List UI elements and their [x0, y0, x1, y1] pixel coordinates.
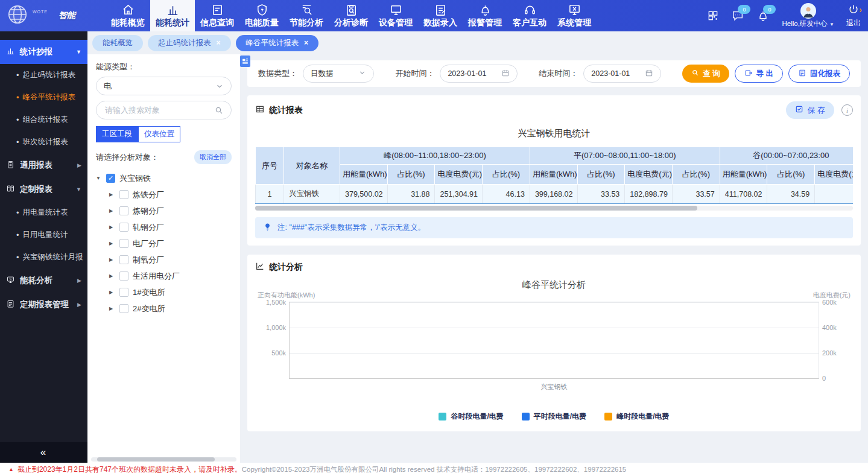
checkbox-unchecked[interactable] [119, 206, 128, 215]
caret-down-icon[interactable]: ▼ [96, 176, 102, 181]
info-icon[interactable]: i [841, 104, 853, 116]
clipboard-search-icon [344, 3, 358, 17]
sidebar-section-统计抄报[interactable]: 统计抄报▼ [0, 40, 87, 64]
qr-code-icon[interactable] [707, 10, 719, 22]
caret-right-icon[interactable]: ▶ [109, 257, 115, 262]
legend-item[interactable]: 平时段电量/电费 [522, 411, 586, 422]
end-date-input[interactable]: 2023-01-01 [583, 65, 661, 83]
table-horizontal-scrollbar[interactable] [255, 206, 853, 211]
tab-峰谷平统计报表[interactable]: 峰谷平统计报表× [236, 35, 319, 51]
checkbox-unchecked[interactable] [119, 255, 128, 264]
checkbox-unchecked[interactable] [119, 239, 128, 248]
panel-tab-工区工段[interactable]: 工区工段 [96, 126, 138, 142]
caret-right-icon[interactable]: ▶ [109, 192, 115, 197]
panel-tab-仪表位置[interactable]: 仪表位置 [138, 126, 180, 142]
stacked-bar-energy_kwh[interactable] [451, 377, 498, 378]
sidebar-item-用电量统计表[interactable]: •用电量统计表 [0, 202, 87, 224]
tree-node-制氧分厂[interactable]: ▶制氧分厂 [96, 252, 232, 268]
checkbox-unchecked[interactable] [119, 288, 128, 297]
caret-right-icon[interactable]: ▶ [109, 208, 115, 214]
left-axis-tick: 500k [271, 349, 286, 357]
cancel-all-button[interactable]: 取消全部 [194, 150, 232, 164]
legend-item[interactable]: 峰时段电量/电费 [604, 411, 669, 422]
tree-node-轧钢分厂[interactable]: ▶轧钢分厂 [96, 219, 232, 235]
tab-next-icon[interactable]: › [859, 5, 862, 14]
caret-right-icon[interactable]: ▶ [109, 290, 115, 295]
nav-item-系统管理[interactable]: 系统管理 [552, 0, 597, 31]
energy-type-select[interactable]: 电 [96, 77, 232, 95]
stacked-bar-cost_yuan[interactable] [610, 377, 657, 378]
tree-node-2#变电所[interactable]: ▶2#变电所 [96, 300, 232, 317]
table-icon [255, 104, 265, 116]
search-input[interactable] [104, 105, 214, 115]
close-icon[interactable]: × [217, 39, 221, 47]
checkbox-unchecked[interactable] [119, 190, 128, 199]
bell-icon[interactable]: 0 [756, 9, 770, 22]
nav-item-能耗概览[interactable]: 能耗概览 [106, 0, 150, 31]
caret-right-icon[interactable]: ▶ [109, 306, 115, 311]
query-button[interactable]: 查 询 [682, 65, 729, 83]
tab-prev-icon[interactable]: ‹ [851, 5, 854, 14]
caret-right-icon[interactable]: ▶ [109, 241, 115, 246]
tree-node-生活用电分厂[interactable]: ▶生活用电分厂 [96, 268, 232, 284]
checkbox-unchecked[interactable] [119, 223, 128, 232]
data-type-select[interactable]: 日数据 [303, 65, 374, 83]
sidebar-item-起止码统计报表[interactable]: •起止码统计报表 [0, 64, 87, 86]
bar-segment[interactable] [451, 378, 498, 378]
panel-collapse-handle[interactable] [240, 56, 250, 67]
caret-right-icon[interactable]: ▶ [109, 273, 115, 279]
tree-node-兴宝钢铁[interactable]: ▼✓兴宝钢铁 [96, 170, 232, 186]
monitor-icon [6, 275, 15, 286]
export-button[interactable]: 导 出 [735, 65, 783, 83]
caret-right-icon[interactable]: ▶ [109, 224, 115, 230]
sidebar-section-通用报表[interactable]: 通用报表▶ [0, 153, 87, 177]
report-section-title: 统计报表 [269, 105, 303, 116]
top-nav-items: 能耗概览能耗统计信息查询电能质量节能分析分析诊断设备管理数据录入报警管理客户互动… [106, 0, 597, 31]
data-entry-icon [434, 3, 448, 17]
message-icon[interactable]: 0 [731, 9, 744, 22]
tab-起止码统计报表[interactable]: 起止码统计报表× [148, 35, 231, 51]
nav-item-能耗统计[interactable]: 能耗统计 [150, 0, 195, 31]
start-date-input[interactable]: 2023-01-01 [440, 65, 518, 83]
tree-node-炼铁分厂[interactable]: ▶炼铁分厂 [96, 186, 232, 203]
nav-item-客户互动[interactable]: 客户互动 [507, 0, 552, 31]
sidebar-item-日用电量统计[interactable]: •日用电量统计 [0, 224, 87, 246]
sidebar-section-定制报表[interactable]: 定制报表▼ [0, 177, 87, 202]
close-icon[interactable]: × [304, 39, 308, 47]
tab-能耗概览[interactable]: 能耗概览 [92, 35, 143, 51]
bar-segment[interactable] [610, 378, 657, 378]
nav-item-设备管理[interactable]: 设备管理 [373, 0, 418, 31]
sidebar-item-峰谷平统计报表[interactable]: •峰谷平统计报表 [0, 86, 87, 109]
shield-bolt-icon [255, 3, 269, 17]
sidebar-item-组合统计报表[interactable]: •组合统计报表 [0, 109, 87, 131]
sidebar-collapse-button[interactable]: « [0, 442, 87, 463]
save-button[interactable]: 保 存 [786, 101, 834, 119]
nav-item-数据录入[interactable]: 数据录入 [418, 0, 463, 31]
sidebar-section-能耗分析[interactable]: 能耗分析▶ [0, 268, 87, 293]
solidify-report-button[interactable]: 固化报表 [788, 65, 850, 83]
sidebar-item-兴宝钢铁统计月报[interactable]: •兴宝钢铁统计月报 [0, 246, 87, 268]
search-icon[interactable] [214, 106, 224, 115]
nav-item-信息查询[interactable]: 信息查询 [195, 0, 239, 31]
legend-swatch [522, 413, 530, 420]
analysis-section: 统计分析 峰谷平统计分析 正向有功电能(kWh) 电度电费(元) 1,500k1… [247, 255, 861, 431]
tree-node-炼钢分厂[interactable]: ▶炼钢分厂 [96, 203, 232, 219]
nav-item-分析诊断[interactable]: 分析诊断 [329, 0, 373, 31]
tree-node-1#变电所[interactable]: ▶1#变电所 [96, 284, 232, 300]
user-menu[interactable]: Hello,研发中心 ▼ [782, 3, 834, 28]
nav-item-报警管理[interactable]: 报警管理 [463, 0, 507, 31]
checkbox-unchecked[interactable] [119, 271, 128, 281]
sidebar-item-班次统计报表[interactable]: •班次统计报表 [0, 131, 87, 153]
table-cell: 1 [256, 185, 284, 204]
checkbox-checked[interactable]: ✓ [106, 174, 115, 183]
sidebar-section-定期报表管理[interactable]: 定期报表管理▶ [0, 293, 87, 317]
tree-node-电厂分厂[interactable]: ▶电厂分厂 [96, 235, 232, 252]
chevron-icon: ▶ [77, 278, 81, 284]
panel-horizontal-scrollbar[interactable] [91, 457, 236, 462]
nav-item-节能分析[interactable]: 节能分析 [284, 0, 329, 31]
legend-item[interactable]: 谷时段电量/电费 [439, 411, 503, 422]
gridline [290, 353, 819, 354]
nav-item-电能质量[interactable]: 电能质量 [239, 0, 284, 31]
search-icon [691, 69, 699, 78]
checkbox-unchecked[interactable] [119, 304, 128, 313]
